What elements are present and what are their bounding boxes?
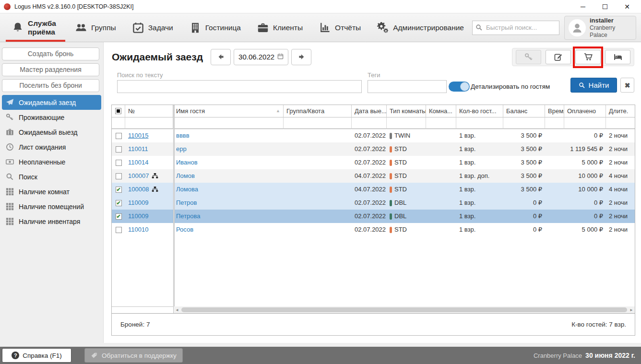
column-header[interactable]: Дата вые...	[352, 105, 387, 117]
booking-number-link[interactable]: 110015	[128, 129, 148, 142]
column-header[interactable]: Имя гостя▲	[173, 105, 284, 117]
guest-name-link[interactable]: вввв	[176, 132, 190, 139]
column-filter-cell[interactable]	[606, 117, 635, 129]
booking-number-link[interactable]: 100008	[128, 183, 149, 196]
column-header[interactable]: Кол-во гост...	[456, 105, 503, 117]
sidebar-item[interactable]: Ожидаемый выезд	[2, 125, 101, 140]
sidebar-action-button[interactable]: Создать бронь	[2, 47, 99, 60]
column-filter-cell[interactable]	[125, 117, 173, 129]
row-checkbox[interactable]: ✔	[116, 213, 122, 220]
table-row[interactable]: 100007Ломов04.07.2022STD1 взр. доп.3 500…	[112, 169, 635, 183]
nav-tab[interactable]: Отчёты	[311, 13, 369, 42]
row-checkbox[interactable]	[116, 160, 122, 166]
table-row[interactable]: 110011ерр02.07.2022STD1 взр.3 500 ₽1 119…	[112, 142, 635, 156]
sidebar-item[interactable]: Поиск	[2, 169, 101, 184]
nav-tab[interactable]: Клиенты	[249, 13, 311, 42]
column-filter-cell[interactable]	[284, 117, 352, 129]
column-filter-cell[interactable]	[564, 117, 606, 129]
guest-name-link[interactable]: Ломов	[176, 172, 195, 179]
column-filter-cell[interactable]	[173, 117, 284, 129]
detail-by-guests-toggle[interactable]	[449, 82, 470, 92]
column-filter-cell[interactable]	[352, 117, 387, 129]
row-checkbox[interactable]	[116, 146, 122, 153]
close-button[interactable]: ✕	[616, 0, 638, 13]
help-button[interactable]: ? Справка (F1)	[2, 348, 71, 363]
scrollbar-thumb[interactable]	[181, 307, 627, 312]
column-header[interactable]: Комна...	[426, 105, 456, 117]
sidebar-action-button[interactable]: Поселить без брони	[2, 79, 99, 92]
column-filter-cell[interactable]	[112, 117, 125, 129]
nav-tab[interactable]: Группы	[67, 13, 124, 42]
table-row[interactable]: 110010Росов02.07.2022STD1 взр.0 ₽5 000 ₽…	[112, 223, 635, 236]
prev-date-button[interactable]	[211, 49, 231, 65]
edit-button[interactable]	[546, 50, 571, 64]
select-all-checkbox-cell[interactable]	[112, 105, 125, 117]
scroll-left-arrow[interactable]: ◄	[174, 306, 180, 313]
toolbar	[512, 48, 634, 66]
row-checkbox[interactable]	[116, 173, 122, 179]
nav-tab[interactable]: Администрирование	[369, 13, 472, 42]
date-input[interactable]: 30.06.2022	[234, 49, 288, 65]
next-date-button[interactable]	[291, 49, 311, 65]
booking-number-link[interactable]: 100007	[128, 169, 149, 183]
minimize-button[interactable]: ─	[572, 0, 594, 13]
booking-number-link[interactable]: 110009	[128, 196, 148, 210]
column-filter-cell[interactable]	[545, 117, 564, 129]
table-row[interactable]: 110014Иванов02.07.2022STD1 взр.3 500 ₽5 …	[112, 156, 635, 169]
nav-tab[interactable]: Задачи	[124, 13, 181, 42]
sidebar-item[interactable]: Наличие комнат	[2, 184, 101, 199]
booking-number-link[interactable]: 110011	[128, 142, 148, 156]
column-header[interactable]: Группа/Квота	[284, 105, 352, 117]
text-search-input[interactable]	[117, 80, 362, 93]
row-checkbox[interactable]	[116, 227, 122, 233]
column-filter-cell[interactable]	[503, 117, 545, 129]
user-card[interactable]: installer Cranberry Palace	[564, 16, 636, 40]
cart-button[interactable]	[575, 50, 601, 64]
table-row[interactable]: ✔110009Петров02.07.2022DBL1 взр.0 ₽0 ₽2 …	[112, 196, 635, 210]
sidebar-action-button[interactable]: Мастер разделения	[2, 63, 99, 76]
column-filter-cell[interactable]	[387, 117, 426, 129]
scroll-right-arrow[interactable]: ►	[628, 306, 635, 313]
guest-name-link[interactable]: ерр	[176, 145, 187, 153]
select-all-checkbox[interactable]	[115, 108, 121, 114]
sidebar-item[interactable]: Наличие инвентаря	[2, 214, 101, 229]
row-checkbox[interactable]: ✔	[116, 200, 122, 206]
tags-input[interactable]	[368, 80, 447, 93]
column-header[interactable]: Длите.	[606, 105, 635, 117]
column-header[interactable]: Тип комнаты	[387, 105, 426, 117]
guest-name-link[interactable]: Ломова	[176, 186, 198, 193]
booking-number-link[interactable]: 110014	[128, 156, 148, 169]
support-button[interactable]: Обратиться в поддержку	[84, 348, 183, 363]
column-filter-cell[interactable]	[426, 117, 456, 129]
sidebar-item[interactable]: Ожидаемый заезд	[2, 95, 101, 110]
sidebar-item[interactable]: Неоплаченные	[2, 154, 101, 169]
column-header[interactable]: Оплачено	[564, 105, 606, 117]
quick-search-input[interactable]	[472, 21, 559, 35]
guest-name-link[interactable]: Петров	[176, 199, 197, 206]
column-header[interactable]: №	[125, 105, 173, 117]
booking-number-link[interactable]: 110010	[128, 223, 148, 236]
table-row[interactable]: ✔110009Петрова02.07.2022DBL1 взр.0 ₽0 ₽2…	[112, 210, 635, 223]
column-header[interactable]: Баланс	[503, 105, 545, 117]
row-checkbox[interactable]	[116, 133, 122, 139]
bed-button[interactable]	[605, 50, 630, 64]
clear-filters-button[interactable]: ✖	[620, 78, 634, 93]
nav-tab[interactable]: Гостиница	[181, 13, 249, 42]
maximize-button[interactable]: ☐	[594, 0, 616, 13]
guest-name-link[interactable]: Петрова	[176, 212, 201, 220]
column-filter-cell[interactable]	[456, 117, 503, 129]
table-row[interactable]: ✔100008Ломова04.07.2022STD1 взр.3 500 ₽1…	[112, 183, 635, 196]
horizontal-scrollbar[interactable]: ◄ ►	[174, 306, 635, 313]
sidebar-item-label: Наличие инвентаря	[19, 218, 80, 225]
guest-name-link[interactable]: Росов	[176, 226, 193, 233]
find-button[interactable]: Найти	[570, 78, 617, 93]
sidebar-item[interactable]: Наличие помещений	[2, 199, 101, 214]
table-row[interactable]: 110015вввв02.07.2022TWIN1 взр.3 500 ₽0 ₽…	[112, 129, 635, 142]
row-checkbox[interactable]: ✔	[116, 187, 122, 193]
nav-tab[interactable]: Служба приёма	[4, 13, 67, 42]
booking-number-link[interactable]: 110009	[128, 210, 148, 223]
sidebar-item[interactable]: Лист ожидания	[2, 140, 101, 154]
column-header[interactable]: Время...	[545, 105, 564, 117]
guest-name-link[interactable]: Иванов	[176, 159, 198, 166]
sidebar-item[interactable]: Проживающие	[2, 110, 101, 125]
